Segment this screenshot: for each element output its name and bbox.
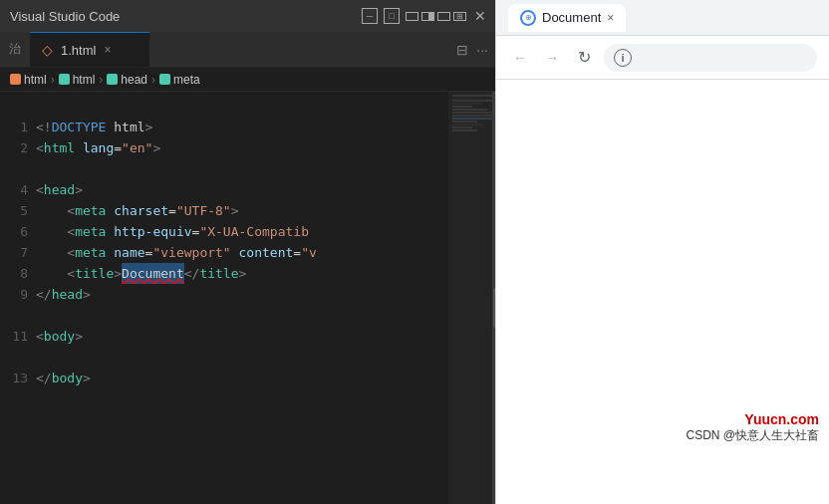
head-open: < [36,179,44,200]
head-close-tag: head [52,284,83,305]
bc-label-html: html [73,73,96,87]
title-bar: Visual Studio Code ─ □ ⊞ ✕ [0,0,498,32]
tab-filename: 1.html [61,43,96,58]
code-line-9: </head> [36,284,448,305]
breadcrumb: html › html › head › meta [0,68,498,92]
watermark-brand: Yuucn.com [686,411,819,427]
code-line-1: <!DOCTYPE html> [36,117,448,137]
bc-sep-3: › [151,73,155,87]
doctype-bracket: <! [36,117,52,137]
httpequiv-attr: http-equiv [114,221,191,242]
lang-attr: lang [83,137,114,158]
bc-html-file[interactable]: html [10,73,47,87]
code-line-empty-0 [36,96,448,117]
doctype-html: html [106,117,144,137]
layout-icon-4[interactable]: ⊞ [453,12,466,21]
address-bar[interactable]: i [604,44,817,72]
info-icon[interactable]: i [614,49,632,67]
layout-icon-2[interactable] [421,12,434,21]
head-close: > [75,179,83,200]
more-actions-icon[interactable]: ··· [476,42,488,58]
close-button-icon[interactable]: ✕ [472,8,488,24]
name-attr: name [114,242,144,263]
vscode-window: Visual Studio Code ─ □ ⊞ ✕ 治 ◇ 1.html × … [0,0,498,504]
tab-angle-icon: ◇ [42,42,53,58]
content-attr: content [239,242,294,263]
browser-tab[interactable]: ⊕ Document × [508,4,626,32]
tab-bar: 治 ◇ 1.html × ⊟ ··· [0,32,498,68]
maximize-icon[interactable]: □ [384,8,400,24]
layout-icon-1[interactable] [406,12,418,21]
name-val: "viewport" [152,242,230,263]
reload-button[interactable]: ↻ [572,46,596,70]
editor-area[interactable]: 1 2 4 5 6 7 8 9 11 13 <!DOCTYPE html> <h… [0,92,498,504]
code-line-11: <body> [36,326,448,347]
body-close-tag: body [52,368,83,388]
browser-content: Yuucn.com CSDN @快意人生大社畜 [496,80,829,504]
code-line-6: <meta http-equiv="X-UA-Compatib [36,221,448,242]
browser-tab-title: Document [542,10,601,25]
title-value: Document [122,263,184,284]
browser-title-bar: ⊕ Document × [496,0,829,36]
watermark: Yuucn.com CSDN @快意人生大社畜 [686,411,819,444]
bc-head-tag[interactable]: head [107,73,147,87]
bc-html-tag[interactable]: html [59,73,96,87]
code-line-5: <meta charset="UTF-8"> [36,200,448,221]
split-editor-icon[interactable]: ⊟ [456,42,468,58]
html-close-bracket: > [152,137,160,158]
meta2-tag: meta [75,221,106,242]
layout-icon-3[interactable] [437,12,450,21]
meta1-open: < [67,200,75,221]
head-tag: head [44,179,75,200]
vscode-title: Visual Studio Code [10,9,354,24]
forward-button[interactable]: → [540,46,564,70]
space1 [75,137,83,158]
browser-tab-close-button[interactable]: × [607,11,614,25]
meta3-tag: meta [75,242,106,263]
code-editor[interactable]: <!DOCTYPE html> <html lang="en"> <head> … [36,92,448,504]
browser-window: ⊕ Document × ← → ↻ i Yuucn.com CSDN @快意人… [495,0,829,504]
bc-html-icon [10,74,21,85]
globe-icon: ⊕ [520,10,536,26]
doctype-kw: DOCTYPE [52,117,107,137]
eq1: = [114,137,122,158]
bc-meta-tag[interactable]: meta [159,73,200,87]
code-line-13: </body> [36,368,448,388]
bc-html-tag-icon [59,74,70,85]
title-tag-open: title [75,263,114,284]
bc-label-meta: meta [173,73,200,87]
bc-sep-2: › [99,73,103,87]
content-val: "v [301,242,317,263]
tab-left-hint: 治 [0,32,30,67]
charset-attr: charset [114,200,168,221]
layout-icons: ⊞ [406,12,466,21]
back-button[interactable]: ← [508,46,532,70]
bc-sep-1: › [51,73,55,87]
code-line-empty-12 [36,347,448,368]
minimap [448,92,498,504]
code-line-7: <meta name="viewport" content="v [36,242,448,263]
minimize-icon[interactable]: ─ [362,8,378,24]
httpequiv-val: "X-UA-Compatib [199,221,309,242]
code-line-8: <title>Document</title> [36,263,448,284]
indent-5 [36,200,67,221]
meta1-tag: meta [75,200,106,221]
title-bar-icons: ─ □ ⊞ ✕ [362,8,488,24]
bc-label-head: head [121,73,147,87]
code-line-empty-10 [36,305,448,326]
doctype-close: > [145,117,153,137]
charset-val: "UTF-8" [176,200,231,221]
bc-head-icon [107,74,118,85]
watermark-sub: CSDN @快意人生大社畜 [686,427,819,444]
code-line-2: <html lang="en"> [36,137,448,158]
tab-actions: ⊟ ··· [456,32,498,67]
body-open-tag: body [44,326,75,347]
browser-controls: ← → ↻ i [496,36,829,80]
tab-1html[interactable]: ◇ 1.html × [30,32,149,67]
html-tag: html [44,137,75,158]
line-numbers: 1 2 4 5 6 7 8 9 11 13 [0,92,36,504]
tab-close-button[interactable]: × [104,43,111,57]
bc-meta-icon [159,74,170,85]
html-open-bracket: < [36,137,44,158]
code-line-4: <head> [36,179,448,200]
